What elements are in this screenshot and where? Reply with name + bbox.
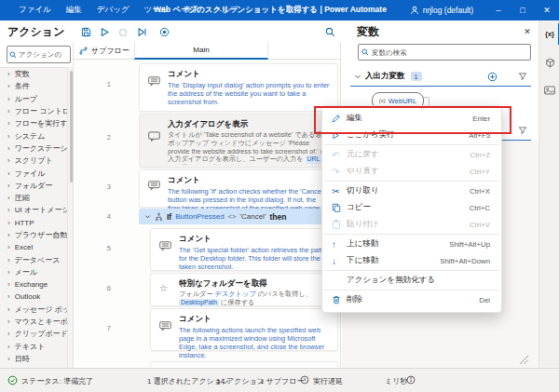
group-outlook[interactable]: ›Outlook (0, 291, 67, 303)
menu-separator (324, 144, 499, 145)
menu-item-move-up[interactable]: ↑ 上に移動Shift+Alt+Up (322, 236, 501, 252)
chevron-right-icon: › (7, 292, 10, 301)
group-http[interactable]: ›HTTP (0, 217, 67, 229)
ui-elements-rail-icon[interactable] (539, 52, 559, 73)
images-rail-icon[interactable] (539, 80, 559, 101)
add-variable-icon[interactable] (487, 72, 498, 82)
group-text[interactable]: ›テキスト (0, 341, 67, 353)
group-mouse-keyboard[interactable]: ›マウスとキーボード (0, 316, 67, 328)
action-title: コメント (168, 175, 330, 186)
menu-item-move-down[interactable]: ↓ 下に移動Shift+Alt+Down (322, 252, 501, 269)
group-variables[interactable]: ›変数 (0, 68, 67, 80)
arrow-up-icon: ↑ (332, 239, 347, 250)
maximize-button[interactable]: □ (511, 0, 535, 20)
group-run-flow[interactable]: ›フローを実行する (0, 117, 67, 129)
user-icon (410, 6, 419, 15)
folder-value-link[interactable]: デスクトップ (215, 291, 256, 298)
variables-rail-icon[interactable]: {x} (539, 23, 559, 44)
action-card-comment-3[interactable]: コメント The following 'If' action checks wh… (139, 169, 338, 208)
save-button[interactable] (78, 25, 93, 39)
actions-search-box[interactable] (7, 46, 71, 63)
variable-chip-url[interactable]: URL (306, 155, 322, 163)
chevron-right-icon: › (7, 243, 10, 251)
tab-main-subflow[interactable]: Main (134, 42, 268, 60)
redo-icon: ↷ (332, 167, 347, 177)
filter-icon[interactable] (518, 72, 527, 81)
action-card-get-special-folder[interactable]: ☆ 特別なフォルダーを取得 フォルダー デスクトップ のパスを取得し、Deskt… (150, 273, 338, 306)
subflows-count: 1 サブフロー (260, 376, 304, 386)
actions-search-input[interactable] (19, 50, 61, 59)
action-context-menu: 編集Enter ここから実行Alt+F5 ↶ 元に戻すCtrl+Z ↷ やり直す… (321, 105, 502, 313)
chevron-right-icon: › (7, 206, 10, 214)
action-card-comment-1[interactable]: コメント The 'Display input dialog' action p… (139, 63, 338, 112)
run-button[interactable] (97, 25, 112, 39)
variable-chip-desktoppath[interactable]: DesktopPath (179, 299, 219, 306)
chevron-right-icon: › (7, 82, 10, 90)
menu-item-copy[interactable]: コピーCtrl+C (322, 199, 501, 216)
chevron-right-icon: › (7, 280, 10, 289)
filter-icon[interactable] (518, 126, 527, 135)
close-button[interactable]: ✕ (535, 0, 559, 20)
chevron-down-icon[interactable] (354, 73, 361, 80)
search-icon (361, 48, 369, 56)
variables-search-box[interactable] (358, 44, 531, 61)
flow-search-icon[interactable] (322, 25, 337, 39)
group-system[interactable]: ›システム (0, 129, 67, 142)
run-step-button[interactable] (134, 25, 149, 39)
minimize-button[interactable]: – (486, 0, 511, 20)
group-scripting[interactable]: ›スクリプト (0, 155, 67, 167)
user-account-button[interactable]: nrjlog (default) (410, 6, 473, 15)
search-icon (9, 51, 17, 59)
action-card-if-selected[interactable]: If ButtonPressed <> 'Cancel' then (139, 209, 336, 224)
subflow-dropdown[interactable]: サブフロー (79, 42, 140, 59)
resize-grip[interactable] (520, 356, 528, 364)
action-card-comment-7[interactable]: コメント The following actions launch the sp… (150, 308, 338, 351)
variables-close-icon[interactable]: ✕ (520, 24, 535, 39)
menu-debug[interactable]: デバッグ (97, 5, 130, 16)
group-clipboard[interactable]: ›クリップボード (0, 328, 67, 340)
menu-item-paste: 貼り付けCtrl+V (322, 216, 501, 233)
group-loops[interactable]: ›ループ (0, 93, 67, 105)
group-compression[interactable]: ›圧縮 (0, 192, 67, 204)
menu-item-cut[interactable]: ✂ 切り取りCtrl+X (322, 182, 501, 199)
io-variables-section-header[interactable]: 入出力変数 1 (350, 67, 531, 87)
menu-edit[interactable]: 編集 (66, 5, 82, 16)
record-button[interactable] (157, 25, 171, 39)
action-card-comment-5[interactable]: コメント The 'Get special folder' action ret… (150, 228, 338, 271)
group-database[interactable]: ›データベース (0, 253, 67, 265)
menu-file[interactable]: ファイル (19, 5, 51, 16)
group-folder[interactable]: ›フォルダー (0, 180, 67, 192)
chevron-right-icon: › (7, 119, 10, 128)
right-tool-rail: {x} (539, 20, 559, 368)
variables-panel-title: 変数 (357, 24, 379, 40)
group-exchange[interactable]: ›Exchange (0, 278, 67, 291)
row-number: 7 (96, 324, 111, 332)
if-operand-variable[interactable]: ButtonPressed (175, 212, 224, 221)
group-message-boxes[interactable]: ›メッセージ ボックス (0, 304, 67, 316)
group-file[interactable]: ›ファイル (0, 167, 67, 179)
action-card-display-input-dialog[interactable]: 入力ダイアログを表示 タイトルが 'Take screenshot of a w… (139, 114, 338, 168)
menu-item-disable-action[interactable]: アクションを無効化する (322, 272, 501, 289)
comment-text: The following actions launch the specifi… (179, 326, 330, 359)
group-conditionals[interactable]: ›条件 (0, 80, 67, 92)
group-workstation[interactable]: ›ワークステーション (0, 142, 67, 155)
collapse-chevron-icon[interactable] (144, 213, 151, 220)
row-number: 6 (96, 284, 111, 292)
group-flow-control[interactable]: ›フロー コントロール (0, 105, 67, 117)
paste-icon (332, 220, 347, 229)
group-excel[interactable]: ›Excel (0, 241, 67, 253)
group-browser-automation[interactable]: ›ブラウザー自動化 (0, 229, 67, 241)
variables-search-input[interactable] (372, 48, 511, 57)
info-icon[interactable] (406, 375, 416, 385)
menu-item-delete[interactable]: 削除Del (322, 291, 501, 308)
group-ui-automation[interactable]: ›UI オートメーション (0, 204, 67, 216)
group-email[interactable]: ›メール (0, 266, 67, 278)
copy-icon (332, 203, 347, 212)
power-automate-designer-window: ファイル 編集 デバッグ ツール 表示 ヘルプ Web ページのスクリーンショッ… (0, 0, 559, 392)
row-number: 4 (96, 212, 111, 221)
actions-count: 14 アクション (216, 376, 265, 386)
actions-panel-title: アクション (7, 24, 64, 40)
group-datetime[interactable]: ›日時 (0, 353, 67, 365)
chevron-right-icon: › (7, 182, 10, 190)
chevron-right-icon: › (7, 355, 10, 363)
